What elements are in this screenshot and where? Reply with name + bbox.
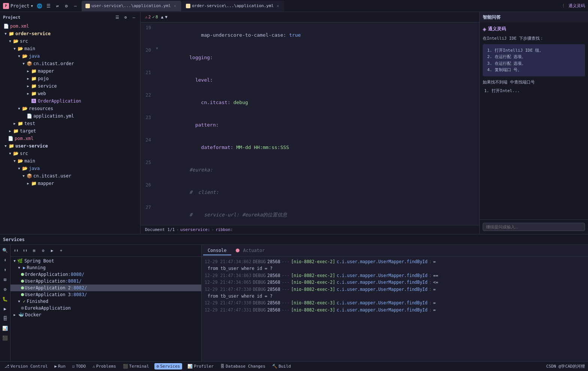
strip-settings2-icon[interactable]: ⚙ xyxy=(1,285,9,294)
status-profiler[interactable]: 📊 Profiler xyxy=(186,363,215,370)
svc-user3-name: UserApplication 3 xyxy=(25,292,71,297)
bottom-area: Services 🔍 ⬇ ⬆ ⊞ ⚙ 🐛 ▶ 🗄 📊 ⬛ ⬇⬇ ⬆⬆ ⊞ ⚙ ▶… xyxy=(0,234,588,361)
tree-item-cn-itcast-user[interactable]: ▼ 📦 cn.itcast.user xyxy=(0,172,140,180)
svc-collapse-all-icon[interactable]: ⬇⬇ xyxy=(12,247,20,255)
tree-label-src2: src xyxy=(20,151,28,156)
code-line-21: 21 level: xyxy=(141,69,479,91)
log-time-5: 12-29 21:47:47:330 xyxy=(205,299,251,306)
tree-item-mapper-user[interactable]: ▶ 📁 mapper xyxy=(0,180,140,187)
tree-item-java-2[interactable]: ▼ 📂 java xyxy=(0,165,140,172)
actuator-label: Actuator xyxy=(243,248,265,253)
tree-item-src-1[interactable]: ▼ 📂 src xyxy=(0,37,140,45)
fold-20: ▼ xyxy=(154,46,160,50)
tree-item-pomxml-order[interactable]: 📄 pom.xml xyxy=(0,135,140,142)
status-build[interactable]: 🔨 Build xyxy=(271,363,292,370)
split-icon[interactable]: ⇌ xyxy=(54,3,61,9)
tree-item-main-1[interactable]: ▼ 📂 main xyxy=(0,45,140,52)
svc-user-app-1[interactable]: UserApplication :8081/ xyxy=(10,278,201,285)
tree-item-resources[interactable]: ▼ 📂 resources xyxy=(0,105,140,112)
svc-springboot[interactable]: ▼ 🌿 Spring Boot xyxy=(10,258,201,264)
strip-db-icon[interactable]: 🗄 xyxy=(1,314,9,323)
svc-order-port: :8080/ xyxy=(68,272,84,277)
down-arrow-icon[interactable]: ▼ xyxy=(165,15,168,19)
status-run[interactable]: ▶ Run xyxy=(53,363,67,370)
sidebar-icon-3[interactable]: — xyxy=(130,14,137,21)
settings-icon[interactable]: ⚙ xyxy=(63,3,70,9)
strip-search-icon[interactable]: 🔍 xyxy=(1,246,9,255)
strip-profiler-icon[interactable]: 📊 xyxy=(1,324,9,332)
code-editor[interactable]: 19 map-underscore-to-camel-case: true 20… xyxy=(141,22,479,225)
ai-input-field[interactable] xyxy=(483,223,585,231)
svc-user3-port: :8083/ xyxy=(71,292,87,297)
tree-item-order-app[interactable]: 🅰 OrderApplication xyxy=(0,97,140,105)
project-dropdown-icon[interactable]: ▼ xyxy=(31,4,33,8)
more-tabs-icon[interactable]: ⋮ xyxy=(561,3,566,8)
status-problems[interactable]: ⚠ Problems xyxy=(91,363,118,370)
list-icon[interactable]: ☰ xyxy=(45,3,52,9)
svc-add-icon[interactable]: + xyxy=(57,247,65,255)
tree-item-order-service[interactable]: ▼ 📁 order-service xyxy=(0,30,140,37)
strip-run2-icon[interactable]: ▶ xyxy=(1,305,9,313)
user-service-folder-icon: 📁 xyxy=(8,143,14,149)
sidebar-icon-1[interactable]: ☰ xyxy=(114,14,121,21)
tree-item-cn-itcast-order[interactable]: ▼ 📦 cn.itcast.order xyxy=(0,60,140,67)
globe-icon[interactable]: 🌐 xyxy=(36,3,43,9)
status-todo[interactable]: ☑ TODO xyxy=(71,363,87,370)
up-arrow-icon[interactable]: ▲ xyxy=(161,15,164,19)
svc-group-icon[interactable]: ⊞ xyxy=(30,247,38,255)
strip-terminal-icon[interactable]: ⬛ xyxy=(1,334,9,342)
status-db-changes[interactable]: 🗄 Database Changes xyxy=(219,363,267,370)
console-log-area[interactable]: 12-29 21:47:34:862 DEBUG 28568 --- [nio-… xyxy=(202,257,588,361)
tab-console[interactable]: Console xyxy=(203,246,231,255)
status-version-control[interactable]: ⎇ Version Control xyxy=(3,363,49,370)
code-line-24: 24 dateformat: MM-dd HH:mm:ss:SSS xyxy=(141,136,479,159)
log-pid-1: 28568 xyxy=(267,258,280,265)
svc-filter-icon[interactable]: ⚙ xyxy=(39,247,47,255)
line-num-21: 21 xyxy=(141,69,154,76)
project-label[interactable]: P Project ▼ xyxy=(3,3,33,9)
svc-docker[interactable]: ▶ 🐳 Docker xyxy=(10,311,201,318)
tree-item-pomxml-root[interactable]: 📄 pom.xml xyxy=(0,22,140,30)
arrow-down-10: ▼ xyxy=(16,166,22,171)
status-services[interactable]: ⚙ Services xyxy=(154,363,183,370)
svc-eureka-app[interactable]: EurekaApplication xyxy=(10,305,201,311)
tab-order-service[interactable]: order-service\...\application.yml ✕ xyxy=(182,1,284,11)
ai-intro-label: 在IntelliJ IDE 下步骤查找： xyxy=(483,36,544,41)
sidebar-icon-2[interactable]: ⚙ xyxy=(122,14,129,21)
tree-item-service[interactable]: ▶ 📁 service xyxy=(0,82,140,90)
log-sep-2: --- xyxy=(282,272,290,279)
tree-item-mapper[interactable]: ▶ 📁 mapper xyxy=(0,67,140,75)
tree-item-web[interactable]: ▶ 📁 web xyxy=(0,90,140,97)
strip-debug-icon[interactable]: 🐛 xyxy=(1,295,9,303)
svc-finished-label: Finished xyxy=(27,299,48,304)
svc-order-app[interactable]: OrderApplication :8080/ xyxy=(10,271,201,278)
tab-actuator[interactable]: Actuator xyxy=(231,246,269,255)
strip-group-icon[interactable]: ⊞ xyxy=(1,276,9,284)
tab-order-service-close[interactable]: ✕ xyxy=(275,3,280,9)
main-folder-icon: 📂 xyxy=(17,46,23,52)
tree-label-src: src xyxy=(20,39,28,44)
arrow-down-9: ▼ xyxy=(12,158,17,164)
tree-item-pojo[interactable]: ▶ 📁 pojo xyxy=(0,75,140,82)
tab-user-service[interactable]: user-service\...\application.yml ✕ xyxy=(82,1,181,11)
tree-item-src-2[interactable]: ▼ 📂 src xyxy=(0,150,140,157)
svc-expand-all-icon[interactable]: ⬆⬆ xyxy=(21,247,29,255)
svc-run-icon[interactable]: ▶ xyxy=(48,247,56,255)
tree-item-java-1[interactable]: ▼ 📂 java xyxy=(0,52,140,60)
ai-panel-content: ◈ 通义灵码 在IntelliJ IDE 下步骤查找： 1. 打开Intelli… xyxy=(480,22,588,219)
tab-user-service-close[interactable]: ✕ xyxy=(172,3,178,9)
tree-item-test[interactable]: ▶ 📁 test xyxy=(0,120,140,127)
tree-item-target[interactable]: ▶ 📁 target xyxy=(0,127,140,135)
svc-running[interactable]: ▼ ▶ Running xyxy=(10,264,201,271)
tree-label-test: test xyxy=(24,121,35,126)
tree-item-main-2[interactable]: ▼ 📂 main xyxy=(0,157,140,165)
svc-user-app-2[interactable]: UserApplication 2 :8082/ xyxy=(10,285,201,291)
strip-collapse-icon[interactable]: ⬇ xyxy=(1,256,9,264)
svc-user-app-3[interactable]: UserApplication 3 :8083/ xyxy=(10,291,201,298)
minus-icon[interactable]: — xyxy=(72,3,79,9)
svc-finished[interactable]: ▼ ✓ Finished xyxy=(10,298,201,305)
tree-item-application-yml[interactable]: 📄 application.yml xyxy=(0,112,140,120)
tree-item-user-service[interactable]: ▼ 📁 user-service xyxy=(0,142,140,150)
status-terminal[interactable]: ⬛ Terminal xyxy=(121,363,151,370)
strip-expand-icon[interactable]: ⬆ xyxy=(1,266,9,274)
